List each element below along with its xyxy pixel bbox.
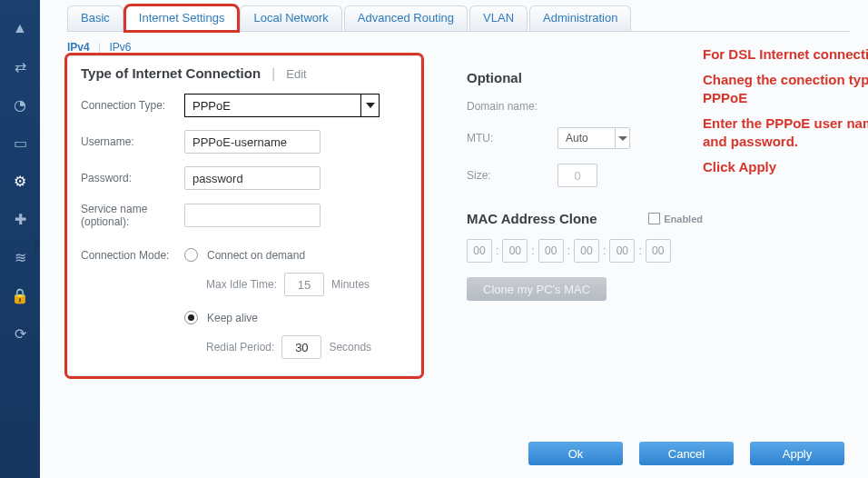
apply-button[interactable]: Apply bbox=[750, 442, 844, 465]
row-redial: Redial Period: Seconds bbox=[206, 335, 408, 359]
ok-button[interactable]: Ok bbox=[528, 442, 623, 465]
subtab-sep: | bbox=[98, 41, 101, 54]
mac-octet-3[interactable]: 00 bbox=[574, 239, 599, 263]
connection-panel: Type of Internet Connection | Edit Conne… bbox=[67, 55, 421, 376]
mac-octets: 00: 00: 00: 00: 00: 00 bbox=[467, 239, 766, 263]
cancel-button[interactable]: Cancel bbox=[639, 442, 734, 465]
size-input bbox=[557, 164, 597, 187]
annot-line-3: Enter the PPPoE user name and password. bbox=[703, 115, 868, 151]
row-username: Username: bbox=[81, 130, 408, 154]
subtab-ipv4[interactable]: IPv4 bbox=[67, 41, 90, 54]
password-label: Password: bbox=[81, 172, 184, 184]
mac-octet-4[interactable]: 00 bbox=[609, 239, 635, 263]
connection-mode-label: Connection Mode: bbox=[81, 249, 184, 262]
redial-unit: Seconds bbox=[329, 341, 371, 354]
nav-monitor[interactable]: ◔ bbox=[6, 91, 34, 118]
nav-device[interactable]: ▭ bbox=[6, 129, 34, 156]
tab-local-network[interactable]: Local Network bbox=[240, 5, 341, 31]
keep-alive-label: Keep alive bbox=[207, 312, 258, 324]
password-input[interactable] bbox=[184, 166, 321, 190]
tabstrip-line bbox=[67, 31, 850, 32]
mac-enabled-label: Enabled bbox=[664, 214, 703, 224]
connection-type-value: PPPoE bbox=[185, 99, 360, 113]
connection-type-select[interactable]: PPPoE bbox=[184, 94, 380, 117]
nav-refresh[interactable]: ⟳ bbox=[6, 320, 34, 347]
mac-enabled-wrap: Enabled bbox=[648, 213, 703, 224]
mac-enabled-checkbox[interactable] bbox=[648, 213, 660, 224]
row-connection-type: Connection Type: PPPoE bbox=[81, 94, 408, 117]
service-input[interactable] bbox=[184, 204, 321, 227]
nav-wireless[interactable]: ≋ bbox=[6, 244, 34, 271]
redial-label: Redial Period: bbox=[206, 341, 274, 354]
row-keep-alive: Keep alive bbox=[184, 311, 408, 324]
mtu-select[interactable]: Auto bbox=[557, 127, 630, 149]
bottom-buttons: Ok Cancel Apply bbox=[528, 442, 844, 465]
nav-settings[interactable]: ⚙ bbox=[6, 167, 34, 194]
tab-internet-settings[interactable]: Internet Settings bbox=[125, 5, 239, 31]
tabs: Basic Internet Settings Local Network Ad… bbox=[67, 5, 868, 31]
max-idle-label: Max Idle Time: bbox=[206, 278, 277, 291]
annotation: For DSL Internet connection- Chaneg the … bbox=[703, 45, 868, 184]
tab-vlan[interactable]: VLAN bbox=[469, 5, 528, 31]
edit-link[interactable]: Edit bbox=[286, 67, 306, 81]
nav-security[interactable]: 🔒 bbox=[6, 282, 34, 309]
service-label: Service name (optional): bbox=[81, 203, 184, 228]
row-password: Password: bbox=[81, 166, 408, 190]
tab-basic[interactable]: Basic bbox=[67, 5, 123, 31]
app-root: ▲ ⇄ ◔ ▭ ⚙ ✚ ≋ 🔒 ⟳ Basic Internet Setting… bbox=[0, 0, 868, 478]
main: Basic Internet Settings Local Network Ad… bbox=[40, 0, 868, 478]
panel-title-divider: | bbox=[264, 65, 282, 81]
subtab-ipv6[interactable]: IPv6 bbox=[110, 41, 132, 54]
panel-title: Type of Internet Connection | Edit bbox=[81, 65, 408, 81]
connect-on-demand-label: Connect on demand bbox=[207, 249, 305, 262]
mtu-value: Auto bbox=[558, 132, 615, 144]
clone-row: Clone my PC's MAC bbox=[467, 277, 766, 301]
annot-line-4: Click Apply bbox=[703, 158, 868, 176]
tab-advanced-routing[interactable]: Advanced Routing bbox=[344, 5, 468, 31]
chevron-down-icon[interactable] bbox=[615, 127, 629, 149]
mac-title: MAC Address Clone bbox=[467, 211, 597, 226]
mac-octet-5[interactable]: 00 bbox=[646, 239, 671, 263]
tab-administration[interactable]: Administration bbox=[529, 5, 631, 31]
redial-input[interactable] bbox=[281, 335, 321, 359]
mac-title-row: MAC Address Clone Enabled bbox=[467, 211, 703, 226]
username-input[interactable] bbox=[184, 130, 321, 154]
nav-alert[interactable]: ▲ bbox=[6, 15, 34, 42]
row-service: Service name (optional): bbox=[81, 203, 408, 228]
max-idle-unit: Minutes bbox=[331, 278, 370, 291]
mtu-label: MTU: bbox=[467, 132, 557, 144]
chevron-down-icon[interactable] bbox=[360, 94, 379, 117]
row-max-idle: Max Idle Time: Minutes bbox=[206, 273, 408, 296]
nav-diagnostics[interactable]: ✚ bbox=[6, 205, 34, 233]
mac-octet-0[interactable]: 00 bbox=[467, 239, 492, 263]
max-idle-input[interactable] bbox=[284, 273, 324, 296]
clone-mac-button: Clone my PC's MAC bbox=[467, 277, 607, 301]
username-label: Username: bbox=[81, 135, 184, 148]
radio-connect-on-demand[interactable] bbox=[184, 248, 198, 262]
mac-octet-1[interactable]: 00 bbox=[502, 239, 528, 263]
nav-transfer[interactable]: ⇄ bbox=[6, 53, 34, 80]
annot-line-1: For DSL Internet connection- bbox=[703, 45, 868, 64]
panel-title-text: Type of Internet Connection bbox=[81, 65, 261, 81]
mac-octet-2[interactable]: 00 bbox=[538, 239, 564, 263]
annot-line-2: Chaneg the conection type to PPPoE bbox=[703, 71, 868, 107]
radio-keep-alive[interactable] bbox=[184, 311, 198, 324]
row-connection-mode: Connection Mode: Connect on demand bbox=[81, 248, 408, 262]
connection-type-label: Connection Type: bbox=[81, 99, 184, 112]
size-label: Size: bbox=[467, 169, 557, 182]
domain-label: Domain name: bbox=[467, 100, 557, 113]
